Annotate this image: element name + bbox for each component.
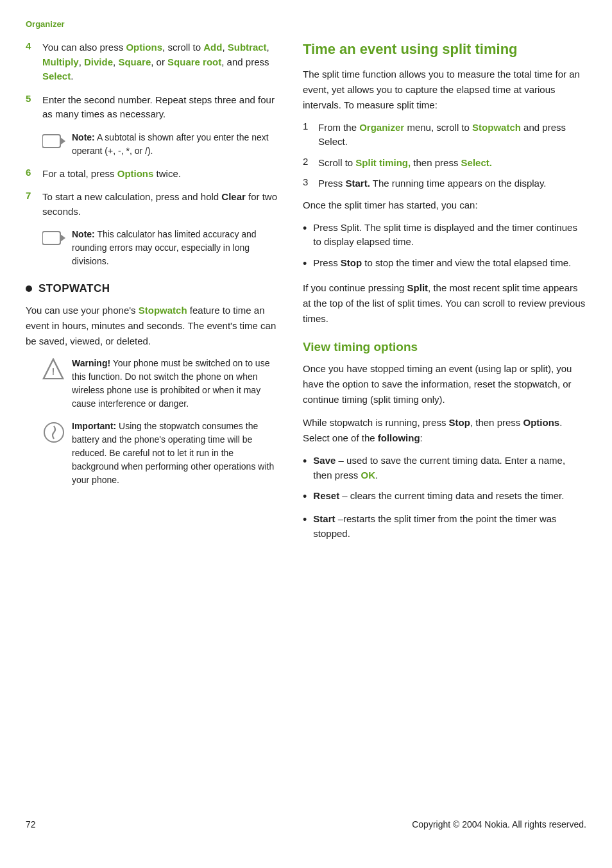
split-step-2: 2 Scroll to Split timing, then press Sel… [303, 156, 586, 171]
step-content-1: From the Organizer menu, scroll to Stopw… [318, 121, 586, 149]
step-content-3: Press Start. The running time appears on… [318, 176, 586, 191]
split-timing-label: Split timing, [355, 157, 411, 168]
item-number-5: 5 [26, 93, 40, 104]
list-item-7: 7 To start a new calculation, press and … [26, 190, 282, 219]
view-bullet-start-text: Start –restarts the split timer from the… [313, 512, 586, 541]
warning-box: ! Warning! Your phone must be switched o… [42, 357, 282, 411]
square-label: Square [118, 56, 151, 67]
item-number-6: 6 [26, 167, 40, 178]
note-1-text: Note: A subtotal is shown after you ente… [72, 131, 282, 158]
bullet-dot-reset: • [303, 488, 307, 506]
item-number-7: 7 [26, 190, 40, 201]
list-item-4: 4 You can also press Options, scroll to … [26, 40, 282, 84]
divide-label: Divide [84, 56, 113, 67]
split-bullet-list: • Press Split. The split time is display… [303, 221, 586, 273]
warning-text: Warning! Your phone must be switched on … [72, 357, 282, 411]
list-item-5: 5 Enter the second number. Repeat steps … [26, 93, 282, 122]
svg-marker-1 [60, 137, 65, 145]
split-heading: Time an event using split timing [303, 40, 586, 59]
item-number-4: 4 [26, 40, 40, 51]
important-label: Important: [72, 421, 116, 431]
list-item-6: 6 For a total, press Options twice. [26, 167, 282, 182]
start-label: Start. [346, 178, 370, 189]
view-bullet-reset: • Reset – clears the current timing data… [303, 489, 586, 506]
view-intro: Once you have stopped timing an event (u… [303, 361, 586, 407]
page: Organizer 4 You can also press Options, … [0, 0, 612, 868]
select-2-label: Select. [461, 157, 492, 168]
stopwatch-heading-text: STOPWATCH [38, 282, 110, 295]
step-num-2: 2 [303, 156, 316, 167]
right-column: Time an event using split timing The spl… [303, 40, 586, 809]
split-bold-label: Split [407, 282, 429, 293]
svg-text:!: ! [51, 366, 55, 377]
warning-icon: ! [42, 358, 65, 379]
split-intro: The split time function allows you to me… [303, 67, 586, 113]
important-box: Important: Using the stopwatch consumes … [42, 420, 282, 487]
view-bullet-list: • Save – used to save the current timing… [303, 454, 586, 541]
stopwatch-section-heading: STOPWATCH [26, 282, 282, 295]
copyright: Copyright © 2004 Nokia. All rights reser… [412, 819, 586, 830]
note-2-text: Note: This calculator has limited accura… [72, 228, 282, 268]
important-icon [42, 421, 65, 441]
svg-rect-2 [42, 232, 60, 244]
two-column-layout: 4 You can also press Options, scroll to … [26, 40, 586, 809]
left-column: 4 You can also press Options, scroll to … [26, 40, 282, 809]
subtract-label: Subtract [228, 42, 267, 53]
bullet-icon [26, 285, 32, 292]
view-body2: While stopwatch is running, press Stop, … [303, 415, 586, 446]
note-box-2: Note: This calculator has limited accura… [42, 228, 282, 268]
view-heading: View timing options [303, 339, 586, 355]
options-label2: Options [523, 417, 559, 428]
add-label: Add [203, 42, 222, 53]
view-bullet-start: • Start –restarts the split timer from t… [303, 512, 586, 541]
page-number: 72 [26, 819, 36, 830]
squareroot-label: Square root [167, 56, 221, 67]
split-step-3: 3 Press Start. The running time appears … [303, 176, 586, 191]
split-bullet-1: • Press Split. The split time is display… [303, 221, 586, 250]
view-bullet-save-text: Save – used to save the current timing d… [313, 454, 586, 482]
note-arrow-icon [42, 132, 65, 153]
split-bullet-1-text: Press Split. The split time is displayed… [313, 221, 586, 250]
stopwatch-menu-label: Stopwatch [472, 122, 521, 133]
options-twice-label: Options [117, 168, 154, 179]
stopwatch-label: Stopwatch [139, 305, 187, 316]
bullet-dot-1: • [303, 220, 307, 237]
item-content-5: Enter the second number. Repeat steps th… [42, 93, 282, 122]
following-label: following [378, 432, 420, 443]
step-num-3: 3 [303, 176, 316, 187]
split-step-1: 1 From the Organizer menu, scroll to Sto… [303, 121, 586, 149]
select-label: Select [42, 71, 71, 81]
options-label: Options [126, 42, 162, 53]
stop-label: Stop [449, 417, 470, 428]
item-content-6: For a total, press Options twice. [42, 167, 282, 182]
note-arrow-icon-2 [42, 229, 65, 250]
step-num-1: 1 [303, 121, 316, 132]
page-footer: 72 Copyright © 2004 Nokia. All rights re… [26, 809, 586, 830]
step-content-2: Scroll to Split timing, then press Selec… [318, 156, 586, 171]
view-bullet-reset-text: Reset – clears the current timing data a… [313, 489, 564, 504]
split-bullet-2: • Press Stop to stop the timer and view … [303, 256, 586, 273]
stopwatch-body: You can use your phone's Stopwatch featu… [26, 303, 282, 349]
note-label: Note: [72, 132, 95, 142]
split-bullet-2-text: Press Stop to stop the timer and view th… [313, 256, 571, 271]
page-header: Organizer [26, 19, 586, 29]
bullet-dot-save: • [303, 453, 307, 470]
bullet-dot-2: • [303, 255, 307, 273]
important-text: Important: Using the stopwatch consumes … [72, 420, 282, 487]
note-box-1: Note: A subtotal is shown after you ente… [42, 131, 282, 158]
warning-label: Warning! [72, 358, 110, 368]
split-continue-text: If you continue pressing Split, the most… [303, 280, 586, 327]
svg-marker-3 [60, 234, 65, 242]
svg-rect-0 [42, 135, 60, 148]
note-2-label: Note: [72, 229, 95, 239]
multiply-label: Multiply [42, 56, 79, 67]
item-content-4: You can also press Options, scroll to Ad… [42, 40, 282, 84]
once-started-text: Once the split timer has started, you ca… [303, 198, 586, 213]
clear-label: Clear [221, 191, 246, 202]
bullet-dot-start: • [303, 511, 307, 529]
view-bullet-save: • Save – used to save the current timing… [303, 454, 586, 482]
organizer-label: Organizer [359, 122, 404, 133]
item-content-7: To start a new calculation, press and ho… [42, 190, 282, 219]
